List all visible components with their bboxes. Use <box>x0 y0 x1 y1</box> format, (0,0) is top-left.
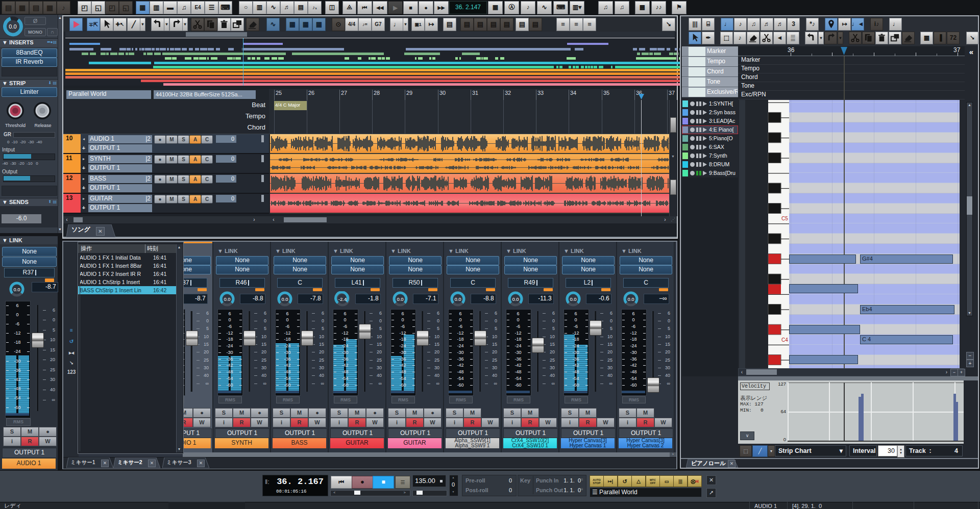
svg-text:-2.4: -2.4 <box>338 296 347 302</box>
svg-text:C4: C4 <box>781 337 788 343</box>
svg-text:C5: C5 <box>781 216 788 221</box>
svg-text:0.0: 0.0 <box>224 296 230 302</box>
svg-text:0.0: 0.0 <box>627 296 634 302</box>
svg-text:0.0: 0.0 <box>13 287 20 292</box>
svg-text:0.0: 0.0 <box>9 23 16 30</box>
svg-text:0.0: 0.0 <box>570 296 576 302</box>
svg-text:0.0: 0.0 <box>512 296 519 302</box>
svg-text:0.0: 0.0 <box>281 296 288 302</box>
svg-text:0.0: 0.0 <box>397 296 403 302</box>
svg-text:0.0: 0.0 <box>454 296 461 302</box>
